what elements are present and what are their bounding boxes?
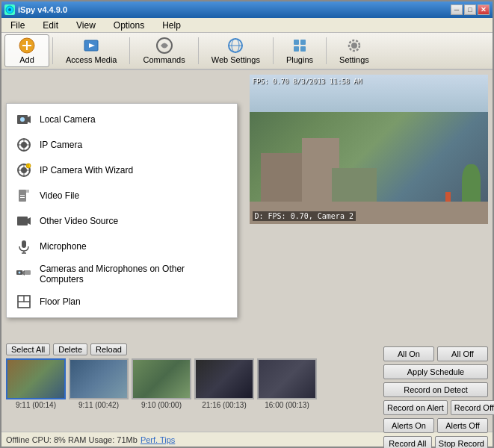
menu-bar: File Edit View Options Help <box>1 18 493 33</box>
cam-thumb-1[interactable]: 9:11 (00:14) <box>6 358 66 430</box>
menu-cameras-other[interactable]: Cameras and Microphones on Other Compute… <box>7 259 237 289</box>
cam-thumb-img-1 <box>6 358 66 399</box>
toolbar-sep-2 <box>129 37 130 64</box>
toolbar-plugins-button[interactable]: Plugins <box>277 34 323 67</box>
svg-marker-36 <box>28 217 31 225</box>
menu-floor-plan[interactable]: Floor Plan <box>7 289 237 314</box>
video-file-icon <box>16 187 32 204</box>
menu-file[interactable]: File <box>4 19 31 32</box>
svg-rect-46 <box>18 296 24 302</box>
scene-building-right <box>332 168 377 205</box>
main-window: iSpy v4.4.9.0 ─ □ ✕ File Edit View Optio… <box>0 0 494 448</box>
menu-ip-camera[interactable]: IP Camera <box>7 132 237 158</box>
side-btn-row-6: Record All Stop Record <box>383 436 488 448</box>
record-off-button[interactable]: Record Off <box>451 400 494 415</box>
microphone-label: Microphone <box>40 241 87 252</box>
cam-thumb-3[interactable]: 9:10 (00:00) <box>132 358 191 430</box>
alerts-off-button[interactable]: Alerts Off <box>437 418 488 433</box>
microphone-icon <box>16 238 32 255</box>
delete-button[interactable]: Delete <box>53 343 87 355</box>
cam-thumb-2[interactable]: 9:11 (00:42) <box>69 358 129 430</box>
svg-rect-34 <box>20 197 25 198</box>
side-buttons-panel: All On All Off Apply Schedule Record on … <box>383 343 488 430</box>
toolbar-commands-button[interactable]: Commands <box>133 34 194 67</box>
alerts-on-button[interactable]: Alerts On <box>383 418 434 433</box>
menu-help[interactable]: Help <box>156 19 187 32</box>
ip-camera-wizard-icon: ! <box>16 162 32 178</box>
video-label: D: FPS: 0.70, Camera 2 <box>253 211 356 221</box>
svg-rect-47 <box>24 296 30 302</box>
video-panel[interactable]: FPS: 0.70 8/3/2013 11:58 AM D: FPS: 0.70… <box>250 75 489 224</box>
reload-button[interactable]: Reload <box>90 343 127 355</box>
camera-thumbs: 9:11 (00:14) 9:11 (00:42) 9:10 (00:00) 2… <box>6 358 379 430</box>
record-all-button[interactable]: Record All <box>383 436 432 448</box>
cam-thumb-5[interactable]: 16:00 (00:13) <box>257 358 317 430</box>
svg-rect-13 <box>294 46 299 52</box>
cam-thumb-label-4: 21:16 (00:13) <box>194 401 254 409</box>
toolbar-commands-label: Commands <box>143 55 185 64</box>
all-on-button[interactable]: All On <box>383 346 434 361</box>
other-video-label: Other Video Source <box>40 216 118 226</box>
stop-record-button[interactable]: Stop Record <box>435 436 488 448</box>
record-on-detect-button[interactable]: Record on Detect <box>383 382 488 397</box>
perf-tips-link[interactable]: Perf. Tips <box>141 435 175 444</box>
toolbar-plugins-label: Plugins <box>286 55 313 64</box>
status-text: Offline CPU: 8% RAM Usage: 71Mb <box>6 435 138 444</box>
camera-bar: Select All Delete Reload 9:11 (00:14) 9:… <box>6 343 379 430</box>
apply-schedule-button[interactable]: Apply Schedule <box>383 364 488 379</box>
menu-microphone[interactable]: Microphone <box>7 234 237 259</box>
cam-thumb-4[interactable]: 21:16 (00:13) <box>194 358 254 430</box>
toolbar-web-settings-label: Web Settings <box>212 55 260 64</box>
ip-camera-icon <box>16 137 32 153</box>
window-title: iSpy v4.4.9.0 <box>18 5 67 14</box>
toolbar-sep-4 <box>273 37 274 64</box>
maximize-button[interactable]: □ <box>464 4 476 15</box>
menu-view[interactable]: View <box>70 19 102 32</box>
close-button[interactable]: ✕ <box>478 4 490 15</box>
camera-controls: Select All Delete Reload <box>6 343 379 355</box>
record-on-alert-button[interactable]: Record on Alert <box>383 400 448 415</box>
menu-local-camera[interactable]: Local Camera <box>7 107 237 132</box>
menu-other-video[interactable]: Other Video Source <box>7 208 237 234</box>
title-bar: iSpy v4.4.9.0 ─ □ ✕ <box>1 1 493 18</box>
svg-point-1 <box>8 8 11 11</box>
cam-thumb-img-5 <box>257 358 317 399</box>
cameras-other-icon <box>16 266 32 282</box>
toolbar-add-button[interactable]: Add <box>4 34 49 67</box>
svg-point-44 <box>19 272 21 274</box>
cameras-other-label: Cameras and Microphones on Other Compute… <box>40 264 228 284</box>
cam-thumb-img-3 <box>132 358 191 399</box>
svg-rect-12 <box>300 40 306 45</box>
menu-options[interactable]: Options <box>108 19 150 32</box>
access-media-icon <box>82 37 100 54</box>
video-file-label: Video File <box>40 190 79 201</box>
commands-icon <box>155 37 173 54</box>
floor-plan-icon <box>16 293 32 310</box>
add-icon <box>18 37 36 54</box>
toolbar-web-settings-button[interactable]: Web Settings <box>202 34 270 67</box>
cam-thumb-label-2: 9:11 (00:42) <box>69 401 129 409</box>
video-overlay-text: FPS: 0.70 8/3/2013 11:58 AM <box>253 78 362 85</box>
select-all-button[interactable]: Select All <box>6 343 50 355</box>
toolbar-access-media-label: Access Media <box>66 55 117 64</box>
video-feed: FPS: 0.70 8/3/2013 11:58 AM D: FPS: 0.70… <box>250 75 489 224</box>
menu-ip-camera-wizard[interactable]: ! IP Camera With Wizard <box>7 158 237 183</box>
svg-rect-33 <box>20 195 25 196</box>
menu-video-file[interactable]: Video File <box>7 183 237 208</box>
plugins-icon <box>291 37 309 54</box>
add-dropdown-menu: Local Camera IP Camera <box>6 103 238 318</box>
menu-edit[interactable]: Edit <box>37 19 64 32</box>
toolbar-sep-5 <box>326 37 327 64</box>
svg-rect-35 <box>17 217 28 225</box>
toolbar: Add Access Media Commands <box>1 33 493 70</box>
settings-icon <box>345 37 363 54</box>
local-camera-label: Local Camera <box>40 114 96 125</box>
toolbar-settings-button[interactable]: Settings <box>330 34 379 67</box>
main-area: Local Camera IP Camera <box>1 70 493 432</box>
minimize-button[interactable]: ─ <box>451 4 463 15</box>
toolbar-access-media-button[interactable]: Access Media <box>56 34 126 67</box>
cam-thumb-label-1: 9:11 (00:14) <box>6 401 66 409</box>
side-btn-row-4: Record on Alert Record Off <box>383 400 488 415</box>
local-camera-icon <box>16 111 32 128</box>
all-off-button[interactable]: All Off <box>437 346 488 361</box>
